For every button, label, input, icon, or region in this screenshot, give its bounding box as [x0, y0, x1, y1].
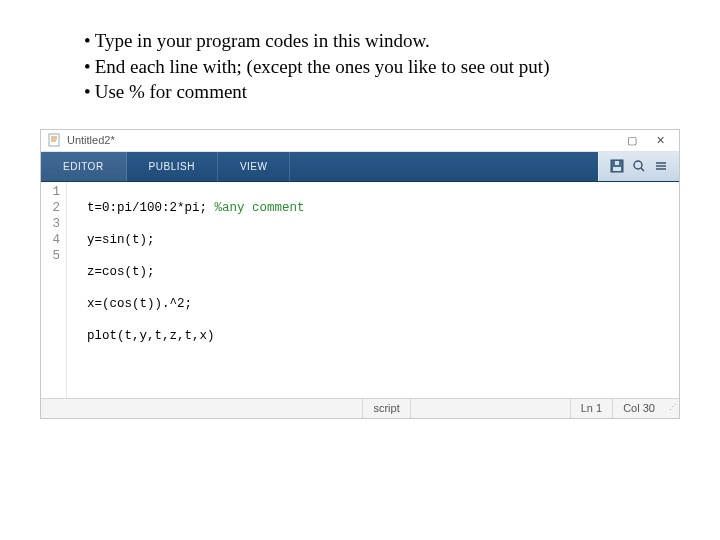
code-comment: %any comment: [215, 201, 305, 215]
status-bar: script Ln 1 Col 30 ⋰: [41, 398, 679, 418]
status-file-type: script: [362, 399, 409, 418]
save-icon[interactable]: [609, 158, 625, 174]
editor-window: Untitled2* ▢ ✕ EDITOR PUBLISH VIEW 1 2 3…: [40, 129, 680, 419]
ribbon-tabs: EDITOR PUBLISH VIEW: [41, 152, 679, 182]
tab-editor[interactable]: EDITOR: [41, 152, 127, 181]
menu-icon[interactable]: [653, 158, 669, 174]
code-text: z=cos(t);: [87, 265, 155, 279]
maximize-button[interactable]: ▢: [619, 131, 645, 149]
window-title: Untitled2*: [67, 134, 115, 146]
instructions-list: •Type in your program codes in this wind…: [0, 0, 720, 115]
status-column: Col 30: [612, 399, 665, 418]
close-button[interactable]: ✕: [647, 131, 673, 149]
tab-view[interactable]: VIEW: [218, 152, 291, 181]
code-lines[interactable]: t=0:pi/100:2*pi; %any comment y=sin(t); …: [67, 182, 679, 398]
instruction-item: Type in your program codes in this windo…: [95, 28, 430, 54]
search-icon[interactable]: [631, 158, 647, 174]
quick-access-toolbar: [598, 152, 679, 181]
code-text: t=0:pi/100:2*pi;: [87, 201, 215, 215]
code-text: y=sin(t);: [87, 233, 155, 247]
line-number: 1: [41, 184, 60, 200]
code-text: x=(cos(t)).^2;: [87, 297, 192, 311]
svg-rect-2: [613, 167, 621, 171]
svg-line-5: [641, 168, 644, 171]
code-editor[interactable]: 1 2 3 4 5 t=0:pi/100:2*pi; %any comment …: [41, 182, 679, 398]
svg-rect-3: [615, 161, 619, 165]
line-number: 3: [41, 216, 60, 232]
tab-publish[interactable]: PUBLISH: [127, 152, 218, 181]
document-icon: [47, 133, 61, 147]
instruction-item: End each line with; (except the ones you…: [95, 54, 550, 80]
line-number: 5: [41, 248, 60, 264]
svg-point-4: [634, 161, 642, 169]
instruction-item: Use % for comment: [95, 79, 247, 105]
code-text: plot(t,y,t,z,t,x): [87, 329, 215, 343]
line-number: 2: [41, 200, 60, 216]
title-bar: Untitled2* ▢ ✕: [41, 130, 679, 152]
status-line: Ln 1: [570, 399, 612, 418]
svg-rect-0: [49, 134, 59, 146]
resize-grip-icon[interactable]: ⋰: [665, 404, 679, 412]
line-number-gutter: 1 2 3 4 5: [41, 182, 67, 398]
line-number: 4: [41, 232, 60, 248]
